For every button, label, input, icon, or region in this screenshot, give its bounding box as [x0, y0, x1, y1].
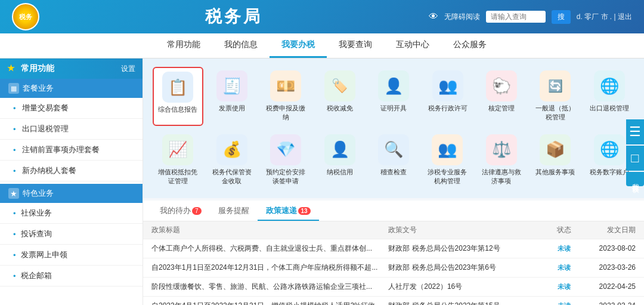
service-item-audit[interactable]: 🔍 稽查检查 — [369, 131, 419, 190]
vat-deduct-label: 增值税抵扣凭证管理 — [155, 168, 200, 186]
general-refund-label: 一般退（抵）税管理 — [532, 104, 578, 122]
float-window-btn[interactable]: □ — [626, 146, 644, 171]
tab-policy-news[interactable]: 政策速递13 — [258, 201, 319, 221]
service-item-admin-permit[interactable]: 👥 税务行政许可 — [422, 67, 472, 126]
service-item-invoice-use[interactable]: 🧾 发票使用 — [207, 67, 257, 126]
float-suggestion-btn[interactable]: 我有建议 — [626, 172, 644, 186]
service-item-vat-deduct[interactable]: 📈 增值税抵扣凭证管理 — [153, 131, 203, 190]
admin-permit-label: 税务行政许可 — [428, 104, 467, 113]
service-item-general-refund[interactable]: 🔄 一般退（抵）税管理 — [530, 67, 580, 126]
service-item-other-service[interactable]: 📦 其他服务事项 — [530, 131, 580, 190]
header: 税务 税务局 👁 无障碍阅读 搜 d. 零厂 市 . | 退出 — [0, 0, 644, 33]
col-status: 状态 — [546, 225, 582, 235]
export-refund-icon: 🌐 — [594, 70, 625, 101]
service-row-1: 📋 综合信息报告 🧾 发票使用 💴 税费申报及缴纳 🏷️ 税收减免 👤 — [153, 67, 634, 126]
tax-declaration-label: 税费申报及缴纳 — [263, 104, 308, 122]
tax-reduction-icon: 🏷️ — [324, 70, 355, 101]
search-button[interactable]: 搜 — [552, 10, 571, 24]
tab-my-info[interactable]: 我的信息 — [212, 33, 270, 58]
row-status-1: 未读 — [546, 244, 582, 253]
service-item-tax-agency[interactable]: 👥 涉税专业服务机构管理 — [422, 131, 472, 190]
bottom-section: 我的待办7 服务提醒 政策速递13 政策标题 政策文号 状态 发文日期 个体工商… — [143, 201, 644, 305]
tab-query[interactable]: 我要查询 — [327, 33, 384, 58]
export-refund-label: 出口退税管理 — [590, 104, 629, 113]
general-refund-icon: 🔄 — [540, 70, 571, 101]
digital-account-icon: 🌐 — [594, 134, 625, 165]
tab-todo[interactable]: 我的待办7 — [151, 201, 210, 221]
user-info: d. 零厂 市 . | 退出 — [577, 12, 632, 22]
special-icon: ★ — [8, 188, 19, 199]
advance-pricing-icon: 💎 — [270, 134, 301, 165]
service-item-legal-remedy[interactable]: ⚖️ 法律遵惠与救济事项 — [476, 131, 527, 190]
row-date-2: 2023-03-26 — [582, 263, 636, 272]
search-input[interactable] — [486, 11, 546, 23]
service-row-2: 📈 增值税抵扣凭证管理 💰 税务代保管资金收取 💎 预约定价安排谈签申请 👤 纳… — [153, 131, 634, 190]
tab-service-reminder[interactable]: 服务提醒 — [210, 201, 258, 221]
admin-permit-icon: 👥 — [432, 70, 463, 101]
tab-tax-service[interactable]: 我要办税 — [270, 33, 327, 58]
service-item-tax-credit[interactable]: 👤 纳税信用 — [314, 131, 364, 190]
tab-common-functions[interactable]: 常用功能 — [155, 33, 212, 58]
sidebar-item-export-tax[interactable]: 出口退税管理 — [0, 119, 143, 140]
other-service-label: 其他服务事项 — [535, 168, 575, 177]
sidebar-common-label: 常用功能 — [21, 63, 54, 73]
float-menu-btn[interactable]: ☰ — [626, 119, 644, 144]
vat-deduct-icon: 📈 — [162, 134, 193, 165]
row-date-1: 2023-08-02 — [582, 244, 636, 252]
logo-text: 税务 — [19, 13, 32, 21]
tax-agency-label: 涉税专业服务机构管理 — [425, 168, 470, 186]
service-item-general-report[interactable]: 📋 综合信息报告 — [153, 67, 203, 126]
row-status-4: 未读 — [546, 301, 582, 305]
sidebar-item-new-taxpayer[interactable]: 新办纳税人套餐 — [0, 161, 143, 181]
audit-label: 稽查检查 — [380, 168, 407, 177]
table-row[interactable]: 个体工商户个人所得税、六税两费、自主就业退役士兵、重点群体创... 财政部 税务… — [143, 239, 644, 258]
table-header: 政策标题 政策文号 状态 发文日期 — [143, 221, 644, 239]
table-row[interactable]: 自2022年4月1日至2022年12月31日，增值税小规模纳税人适用3%征收..… — [143, 297, 644, 305]
table-row[interactable]: 自2023年1月1日至2024年12月31日，个体工商户年应纳税所得额不超...… — [143, 258, 644, 278]
service-item-tax-reduction[interactable]: 🏷️ 税收减免 — [315, 67, 365, 126]
sidebar: ★ 常用功能 设置 ▦ 套餐业务 增量交易套餐 出口退税管理 注销前置事项办理套… — [0, 58, 143, 305]
tax-custody-icon: 💰 — [216, 134, 247, 165]
row-code-3: 人社厅发（2022）16号 — [388, 282, 546, 292]
sidebar-common-header[interactable]: ★ 常用功能 设置 — [0, 58, 143, 79]
service-item-advance-pricing[interactable]: 💎 预约定价安排谈签申请 — [261, 131, 311, 190]
sidebar-item-invoice-apply[interactable]: 发票网上申领 — [0, 245, 143, 266]
todo-badge: 7 — [192, 207, 202, 215]
settings-label[interactable]: 设置 — [121, 64, 135, 74]
sidebar-item-volume-trading[interactable]: 增量交易套餐 — [0, 98, 143, 119]
package-icon: ▦ — [8, 83, 19, 94]
accessibility-icon: 👁 — [429, 11, 438, 22]
row-title-4: 自2022年4月1日至2022年12月31日，增值税小规模纳税人适用3%征收..… — [151, 301, 388, 305]
service-item-tax-declaration[interactable]: 💴 税费申报及缴纳 — [261, 67, 311, 126]
sidebar-item-mailbox[interactable]: 税企邮箱 — [0, 266, 143, 286]
row-code-4: 财政部 税务总局公告2022年第15号 — [388, 301, 546, 305]
tab-public-service[interactable]: 公众服务 — [441, 33, 499, 58]
legal-remedy-label: 法律遵惠与救济事项 — [479, 168, 524, 186]
service-item-tax-custody[interactable]: 💰 税务代保管资金收取 — [206, 131, 256, 190]
proof-label: 证明开具 — [380, 104, 407, 113]
tax-reduction-label: 税收减免 — [327, 104, 353, 113]
row-code-2: 财政部 税务总局公告2023年第6号 — [388, 263, 546, 273]
row-title-3: 阶段性缓缴餐饮、零售、旅游、民航、公路水路铁路运输企业三项社... — [151, 282, 388, 292]
assessment-label: 核定管理 — [488, 104, 515, 113]
service-item-assessment[interactable]: 🐑 核定管理 — [476, 67, 527, 126]
row-title-1: 个体工商户个人所得税、六税两费、自主就业退役士兵、重点群体创... — [151, 244, 388, 254]
header-right: 👁 无障碍阅读 搜 d. 零厂 市 . | 退出 — [429, 10, 632, 24]
row-date-3: 2022-04-25 — [582, 282, 636, 291]
row-status-2: 未读 — [546, 263, 582, 272]
table-row[interactable]: 阶段性缓缴餐饮、零售、旅游、民航、公路水路铁路运输企业三项社... 人社厅发（2… — [143, 278, 644, 297]
content-area: 📋 综合信息报告 🧾 发票使用 💴 税费申报及缴纳 🏷️ 税收减免 👤 — [143, 58, 644, 305]
tab-interaction[interactable]: 互动中心 — [384, 33, 441, 58]
service-item-proof[interactable]: 👤 证明开具 — [369, 67, 419, 126]
policy-badge: 13 — [298, 207, 311, 215]
tax-credit-icon: 👤 — [324, 134, 355, 165]
sidebar-special-services[interactable]: ★ 特色业务 — [0, 184, 143, 203]
sidebar-package-services[interactable]: ▦ 套餐业务 — [0, 79, 143, 98]
tax-declaration-icon: 💴 — [270, 70, 301, 101]
sidebar-item-social-security[interactable]: 社保业务 — [0, 203, 143, 224]
col-date: 发文日期 — [582, 225, 636, 235]
sidebar-item-deregister[interactable]: 注销前置事项办理套餐 — [0, 140, 143, 161]
general-report-icon: 📋 — [162, 72, 193, 103]
service-item-export-refund[interactable]: 🌐 出口退税管理 — [584, 67, 634, 126]
sidebar-item-complaint[interactable]: 投诉查询 — [0, 224, 143, 245]
